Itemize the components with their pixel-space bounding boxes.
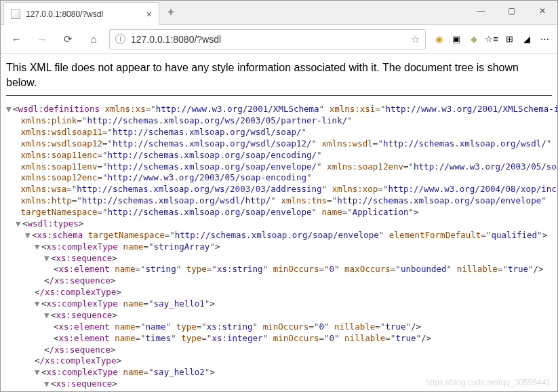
minimize-button[interactable]: — [466,1,496,21]
tree-caret[interactable]: ▼ [16,218,22,230]
tree-caret[interactable]: ▼ [35,241,41,253]
back-button[interactable]: ← [6,29,26,50]
favorite-icon[interactable]: ☆ [411,33,420,45]
site-info-icon[interactable]: i [115,34,125,44]
browser-tab[interactable]: 127.0.0.1:8080/?wsdl × [3,2,159,25]
tree-caret[interactable]: ▼ [44,253,51,264]
window-controls: — ▢ ✕ [466,1,557,21]
extension-icon-1[interactable]: ◉ [431,32,446,47]
maximize-button[interactable]: ▢ [496,1,527,21]
toolbar: ← → ⟳ ⌂ i 127.0.0.1:8080/?wsdl ☆ ◉ ▣ ◆ ☆… [1,25,557,54]
tree-caret[interactable]: ▼ [44,378,51,390]
tree-caret[interactable]: ▼ [35,367,41,378]
tree-caret[interactable]: ▼ [44,310,51,321]
collections-button[interactable]: ⊞ [502,32,517,47]
page-content[interactable]: This XML file does not appear to have an… [1,54,557,392]
extensions: ◉ ▣ ◆ ☆≡ ⊞ ◢ ⋯ [431,32,552,47]
address-bar[interactable]: i 127.0.0.1:8080/?wsdl ☆ [109,29,426,50]
tab-title: 127.0.0.1:8080/?wsdl [26,9,103,19]
refresh-button[interactable]: ⟳ [58,29,78,50]
home-button[interactable]: ⌂ [83,29,104,50]
tree-caret[interactable]: ▼ [6,104,13,115]
menu-button[interactable]: ⋯ [537,32,552,47]
watermark: https://blog.csdn.net/qq_30595441 [426,378,551,387]
tree-caret[interactable]: ▼ [35,298,41,310]
xml-tree: ▼<wsdl:definitions xmlns:xs="http://www.… [6,104,552,392]
xml-notice: This XML file does not appear to have an… [6,60,552,96]
url-text: 127.0.0.1:8080/?wsdl [131,34,405,45]
favorites-button[interactable]: ☆≡ [484,32,499,47]
extension-icon-3[interactable]: ◆ [466,32,481,47]
extension-icon-2[interactable]: ▣ [449,32,464,47]
tab-close-icon[interactable]: × [146,9,152,20]
forward-button[interactable]: → [32,29,52,50]
new-tab-button[interactable]: + [159,1,182,24]
titlebar: 127.0.0.1:8080/?wsdl × + — ▢ ✕ [1,1,557,25]
tree-caret[interactable]: ▼ [25,230,32,241]
page-icon [11,9,20,19]
close-button[interactable]: ✕ [527,1,557,21]
profile-icon[interactable]: ◢ [519,32,534,47]
